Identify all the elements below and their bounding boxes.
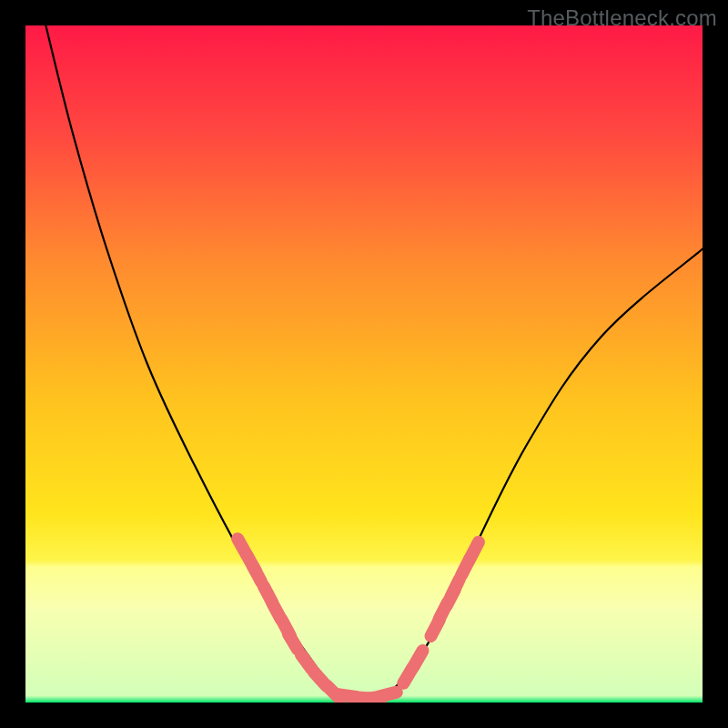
chart-background-gradient xyxy=(25,25,703,703)
curve-marker xyxy=(451,580,460,596)
curve-marker xyxy=(288,633,298,649)
curve-marker xyxy=(253,566,261,582)
chart-frame xyxy=(25,25,703,703)
curve-marker xyxy=(414,651,423,666)
bottleneck-chart xyxy=(25,25,703,703)
curve-marker xyxy=(470,542,479,559)
curve-marker xyxy=(379,693,396,697)
